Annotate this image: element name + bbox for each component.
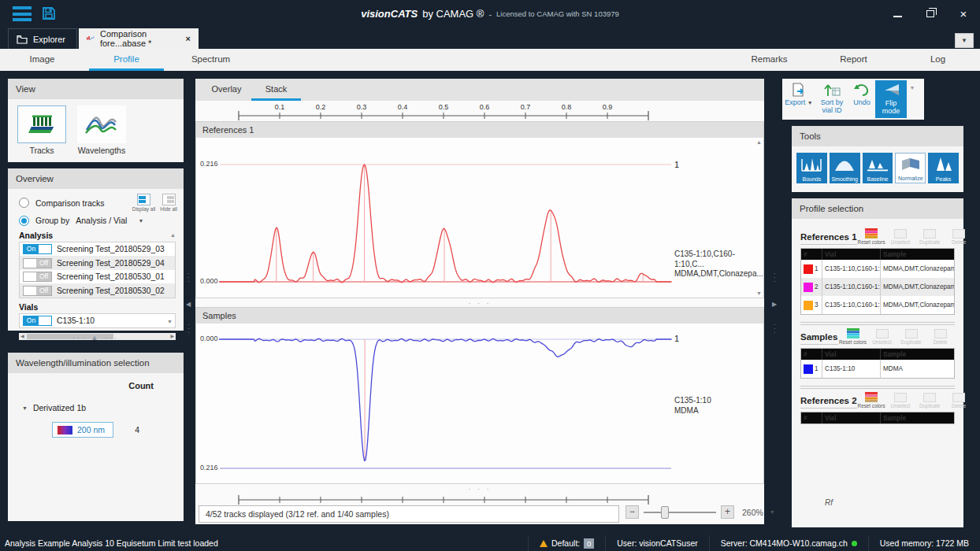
undo-button[interactable]: Undo [848,79,875,106]
table-row[interactable]: 1 C135-1:10 MDMA [801,360,954,378]
left-splitter[interactable]: ··· ◀ ··· [184,71,195,524]
section-splitter[interactable] [800,386,955,389]
view-panel-title: View [8,79,184,99]
tab-image[interactable]: Image [0,49,84,71]
zoom-out-button[interactable]: − [625,505,639,519]
analysis-list-item[interactable]: OffScreening Test_20180529_04 [20,256,175,270]
vial-toggle[interactable]: On [23,316,52,326]
tab-spectrum[interactable]: Spectrum [169,49,253,71]
zoom-slider-handle[interactable] [661,506,669,519]
duplicate-button[interactable]: Duplicate [915,393,945,409]
svg-text:0.7: 0.7 [521,103,531,111]
group-by-label: Group by [35,216,69,225]
references1-chart[interactable]: 0.216 0.000 1 C135-1:10,C160-1:10,C... M… [196,138,763,298]
samples-chart[interactable]: 0.000 0.216 1 C135-1:10 MDMA [196,324,763,483]
unselect-button[interactable]: Unselect [867,329,896,345]
collapse-left-icon[interactable]: ◀ [186,301,191,308]
delete-button[interactable]: Delete [945,393,974,409]
vial-list-item[interactable]: OnC135-1:10 [20,314,175,328]
wavelength-chip-200nm[interactable]: 200 nm [52,422,113,438]
svg-text:0.8: 0.8 [562,103,572,111]
scroll-up-icon[interactable]: ▲ [756,139,762,145]
normalize-tool-button[interactable]: Normalize [895,153,926,183]
zoom-in-button[interactable]: + [721,505,734,519]
export-button[interactable]: Export ▼ [782,79,815,106]
chevron-down-icon: ▼ [22,405,28,411]
group-by-dropdown[interactable]: Analysis / Vial ▼ [76,216,143,225]
panel-collapse-handle[interactable]: ··· ▲ ··· [8,334,184,345]
track-number: 1 [674,160,679,169]
scroll-down-icon[interactable]: ▼ [167,319,173,324]
analysis-list-item[interactable]: OffScreening Test_20180530_02 [20,283,175,298]
unselect-button[interactable]: Unselect [886,229,915,245]
delete-icon [952,393,965,402]
tab-overflow-button[interactable]: ▼ [955,33,974,48]
y-max-label: 0.216 [200,464,218,471]
sort-by-vial-id-button[interactable]: Sort byvial ID [815,79,848,115]
tab-stack[interactable]: Stack [251,79,301,101]
unselect-button[interactable]: Unselect [886,393,915,409]
chart-vertical-scrollbar[interactable]: ▲ ▼ [754,138,763,298]
tab-profile[interactable]: Profile [84,49,169,71]
analysis-toggle[interactable]: Off [23,272,52,282]
zoom-level-select[interactable]: 260% ▼ [742,508,775,517]
right-splitter[interactable]: ··· ▶ ··· [770,71,781,524]
minimize-button[interactable] [881,0,914,28]
delete-button[interactable]: Delete [945,229,974,245]
tab-comparison-document[interactable]: Comparison fore...abase * × [79,28,199,49]
peaks-tool-button[interactable]: Peaks [928,153,959,183]
table-row[interactable]: 1 C135-1:10,C160-1:10,C1 MDMA,DMT,Clonaz… [801,260,954,278]
table-row[interactable]: 3 C135-1:10,C160-1:10,C1 MDMA,DMT,Clonaz… [801,296,954,314]
color-swatch[interactable] [804,283,813,292]
analysis-list-item[interactable]: OffScreening Test_20180530_01 [20,270,175,284]
color-swatch[interactable] [804,264,813,274]
samples-header: Samples [196,308,763,324]
comparison-tracks-radio[interactable] [19,198,29,208]
duplicate-button[interactable]: Duplicate [896,329,926,345]
analysis-toggle[interactable]: Off [23,286,52,296]
table-row[interactable]: 2 C135-1:10,C160-1:10,C1 MDMA,DMT,Clonaz… [801,278,954,296]
bounds-tool-button[interactable]: Bounds [796,153,827,183]
hide-all-button[interactable]: Hide all [160,194,177,213]
baseline-tool-button[interactable]: Baseline [863,153,893,183]
wavelengths-view-button[interactable]: Wavelengths [77,105,126,155]
chart-splitter[interactable]: · · · [195,299,764,307]
reset-colors-button[interactable]: Reset colors [857,392,886,409]
restore-button[interactable] [914,0,947,28]
delete-button[interactable]: Delete [926,329,955,345]
zoom-slider[interactable] [644,512,716,513]
reset-colors-button[interactable]: Reset colors [857,228,886,245]
tab-overlay[interactable]: Overlay [202,79,251,101]
tracks-view-button[interactable]: Tracks [17,105,66,155]
tab-log[interactable]: Log [896,49,980,71]
analysis-list-label: Analysis [19,231,53,240]
analysis-toggle[interactable]: On [23,244,52,254]
section-splitter[interactable] [800,322,955,325]
group-by-radio[interactable] [19,216,29,226]
derivatized-group-row[interactable]: ▼ Derivatized 1b [22,403,86,412]
tracks-displayed-status: 4/52 tracks displayed (3/12 ref. and 1/4… [199,505,619,523]
toolbar-overflow-icon[interactable]: ▼ [907,79,918,91]
smoothing-tool-button[interactable]: Smoothing [830,153,860,183]
default-printer-status[interactable]: Default: 0 [528,535,605,551]
chart-splitter[interactable]: · · · [195,485,764,493]
display-all-button[interactable]: Display all [132,194,156,213]
color-swatch[interactable] [804,364,813,374]
color-swatch[interactable] [804,301,813,310]
collapse-right-icon[interactable]: ▶ [772,301,777,308]
analysis-list-item[interactable]: OnScreening Test_20180529_03 [20,242,175,257]
reset-colors-button[interactable]: Reset colors [838,328,867,345]
tab-remarks[interactable]: Remarks [727,49,811,71]
flip-mode-button[interactable]: Flipmode [875,80,907,118]
wavelength-panel-title: Wavelength/illumination selection [8,353,184,373]
wavelength-count: 4 [135,425,139,435]
server-status[interactable]: Server: CM414MO-W10.camag.ch [709,535,868,551]
tab-explorer[interactable]: Explorer [8,28,77,49]
tab-report[interactable]: Report [811,49,896,71]
analysis-toggle[interactable]: Off [23,258,52,268]
scroll-down-icon[interactable]: ▼ [756,290,762,296]
duplicate-button[interactable]: Duplicate [915,229,945,245]
scroll-up-icon[interactable]: ▲ [170,232,176,238]
tab-close-icon[interactable]: × [186,34,191,43]
close-button[interactable]: × [947,0,980,28]
